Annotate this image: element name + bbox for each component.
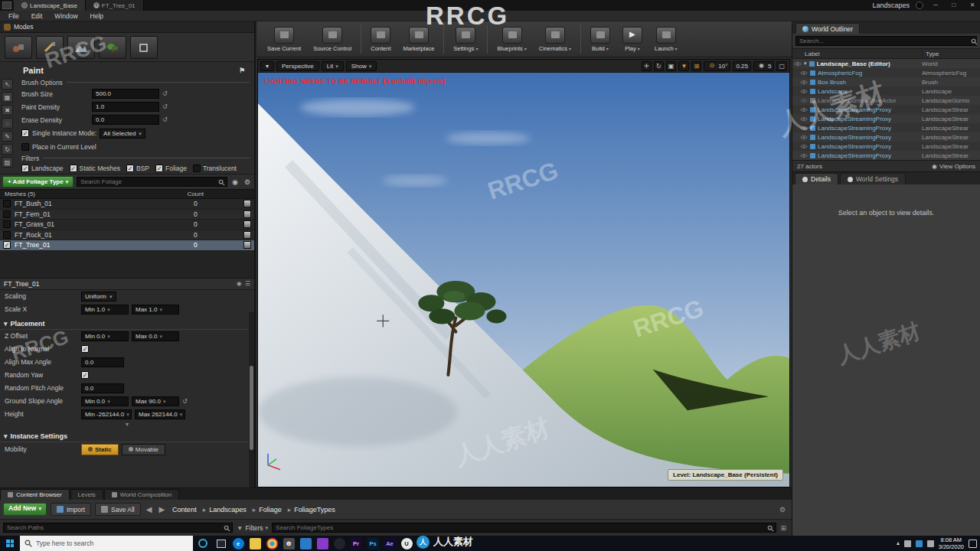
z-offset-max-field[interactable]: Max 0.0: [132, 331, 179, 341]
outliner-row[interactable]: LandscapeStreamingProxyLandscapeStrear: [792, 132, 980, 142]
foliage-item-checkbox[interactable]: [3, 210, 11, 218]
visibility-eye-icon[interactable]: [800, 153, 808, 158]
tray-chevron-icon[interactable]: ▾: [897, 540, 900, 547]
taskbar-icon-premiere[interactable]: Pr: [351, 538, 362, 549]
align-to-normal-checkbox[interactable]: [81, 345, 89, 353]
expand-caret-icon[interactable]: [4, 320, 8, 328]
maximize-viewport-icon[interactable]: ▢: [776, 61, 787, 71]
camera-speed-chip[interactable]: ◉5: [753, 61, 774, 71]
search-foliage-input[interactable]: [77, 177, 227, 187]
expand-caret-icon[interactable]: [4, 432, 8, 440]
paint-tool-icon[interactable]: ✎: [2, 131, 13, 142]
visibility-eye-icon[interactable]: [800, 144, 808, 149]
visibility-eye-icon[interactable]: [800, 80, 808, 85]
foliage-item-checkbox[interactable]: [3, 200, 11, 207]
build-button[interactable]: Build▾: [585, 22, 616, 56]
mode-icon-geometry[interactable]: [130, 36, 158, 59]
visibility-eye-icon[interactable]: [800, 135, 808, 140]
breadcrumb-landscapes[interactable]: Landscapes: [201, 505, 249, 514]
details-eye-icon[interactable]: ◉: [237, 280, 242, 287]
outliner-column-headers[interactable]: Label Type: [792, 49, 980, 59]
filter-landscape-checkbox[interactable]: [21, 165, 29, 172]
mobility-movable-button[interactable]: Movable: [122, 444, 165, 455]
menu-edit[interactable]: Edit: [26, 12, 48, 20]
perspective-button[interactable]: Perspective: [276, 61, 319, 71]
scale-tool-icon[interactable]: ▣: [666, 61, 677, 71]
taskbar-icon-after-effects[interactable]: Ae: [384, 538, 396, 549]
taskbar-icon-photos[interactable]: [300, 538, 312, 549]
menu-help[interactable]: Help: [85, 12, 109, 20]
select-tool-icon[interactable]: ↖: [2, 79, 13, 90]
search-paths-input[interactable]: [3, 523, 233, 533]
single-instance-dropdown[interactable]: All Selected: [100, 129, 145, 139]
lit-button[interactable]: Lit: [322, 61, 344, 71]
taskbar-clock[interactable]: 8:08 AM 3/20/2020: [939, 536, 964, 550]
filter-bsp-checkbox[interactable]: [126, 165, 134, 172]
tab-world-settings[interactable]: World Settings: [840, 173, 906, 184]
content-browser-settings-icon[interactable]: ⚙: [779, 506, 789, 514]
taskbar-icon-settings[interactable]: ⚙: [283, 538, 295, 549]
outliner-row[interactable]: LandscapeGizmoActiveActorLandscapeGizmo: [792, 96, 980, 105]
viewport-scene[interactable]: [258, 73, 789, 487]
maximize-button[interactable]: □: [948, 1, 960, 10]
random-pitch-field[interactable]: 0.0: [81, 383, 124, 393]
expand-arrow-icon[interactable]: ▾: [804, 60, 807, 67]
visibility-eye-icon[interactable]: [800, 98, 808, 103]
breadcrumb-content[interactable]: Content: [170, 505, 199, 514]
foliage-item-row[interactable]: FT_Fern_01 0: [0, 210, 254, 220]
taskbar-icon-media-player[interactable]: [317, 538, 328, 549]
visibility-eye-icon[interactable]: [800, 126, 808, 131]
tab-levels[interactable]: Levels: [70, 489, 103, 500]
slope-max-field[interactable]: Max 90.0: [132, 396, 179, 406]
outliner-row[interactable]: Box BrushBrush: [792, 77, 980, 86]
erase-density-field[interactable]: 0.0: [92, 115, 159, 125]
tab-world-composition[interactable]: World Composition: [104, 489, 179, 500]
play-button[interactable]: Play▾: [617, 22, 648, 56]
outliner-row[interactable]: LandscapeStreamingProxyLandscapeStrear: [792, 114, 980, 123]
single-instance-checkbox[interactable]: [21, 129, 29, 137]
outliner-search-input[interactable]: [795, 36, 977, 46]
viewport-options-button[interactable]: ▾: [260, 61, 274, 71]
align-max-angle-field[interactable]: 0.0: [81, 357, 124, 367]
minimize-button[interactable]: ─: [929, 1, 942, 10]
scaling-dropdown[interactable]: Uniform: [81, 292, 116, 302]
add-new-button[interactable]: Add New: [3, 503, 47, 516]
menu-window[interactable]: Window: [49, 12, 83, 20]
outliner-row[interactable]: AtmosphericFogAtmosphericFog: [792, 68, 980, 77]
marketplace-button[interactable]: Marketplace: [398, 22, 440, 56]
paint-density-field[interactable]: 1.0: [92, 102, 159, 112]
slope-min-field[interactable]: Min 0.0: [81, 396, 129, 406]
reapply-tool-icon[interactable]: ↻: [2, 144, 13, 155]
reset-to-default-icon[interactable]: ↺: [162, 90, 168, 97]
paint-flag-icon[interactable]: ⚑: [239, 67, 251, 74]
tab-content-browser[interactable]: Content Browser: [0, 489, 70, 500]
filter-foliage-checkbox[interactable]: [155, 165, 163, 172]
random-yaw-checkbox[interactable]: [81, 371, 89, 379]
taskbar-icon-file-explorer[interactable]: [250, 538, 261, 549]
select-all-tool-icon[interactable]: ▦: [2, 92, 13, 103]
fill-tool-icon[interactable]: ▨: [2, 157, 13, 168]
reset-to-default-icon[interactable]: ↺: [182, 398, 188, 405]
cortana-icon[interactable]: [198, 539, 207, 548]
source-control-button[interactable]: Source Control: [308, 22, 357, 56]
reset-to-default-icon[interactable]: ↺: [162, 103, 168, 110]
height-min-field[interactable]: Min -262144.0: [81, 409, 132, 419]
task-view-icon[interactable]: [217, 540, 226, 548]
foliage-item-row-selected[interactable]: FT_Tree_01 0: [0, 240, 254, 251]
import-button[interactable]: Import: [51, 503, 91, 516]
view-mode-icon[interactable]: ⊞: [780, 524, 786, 532]
scale-x-max-field[interactable]: Max 1.0: [132, 305, 179, 315]
outliner-row[interactable]: LandscapeLandscape: [792, 86, 980, 96]
outliner-row[interactable]: LandscapeStreamingProxyLandscapeStrear: [792, 151, 980, 160]
z-offset-min-field[interactable]: Min 0.0: [81, 331, 129, 341]
show-button[interactable]: Show: [346, 61, 377, 71]
foliage-item-row[interactable]: FT_Bush_01 0: [0, 199, 254, 210]
launch-button[interactable]: Launch▾: [649, 22, 683, 56]
visibility-eye-icon[interactable]: [794, 61, 802, 67]
add-foliage-type-button[interactable]: + Add Foliage Type: [2, 176, 74, 187]
show-more-expander[interactable]: ▼: [0, 421, 254, 429]
outliner-row[interactable]: LandscapeStreamingProxyLandscapeStrear: [792, 123, 980, 132]
cinematics-button[interactable]: Cinematics▾: [534, 22, 577, 56]
taskbar-icon-photoshop[interactable]: Ps: [368, 538, 379, 549]
tab-ft-tree-01[interactable]: U FT_Tree_01: [86, 0, 144, 11]
